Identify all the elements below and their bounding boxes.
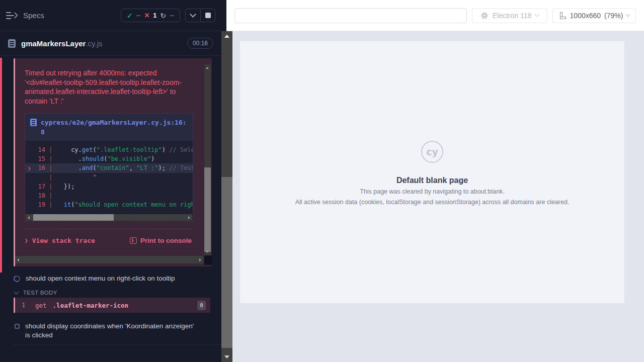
specs-label: Specs xyxy=(23,11,44,20)
code-line: 18| xyxy=(25,191,193,200)
failed-icon: ✕ xyxy=(144,12,149,19)
run-controls xyxy=(185,9,215,22)
runner-viewport-area: cy Default blank page This page was clea… xyxy=(232,31,644,362)
blank-page-message-2: All active session data (cookies, localS… xyxy=(295,198,570,206)
cypress-logo: cy xyxy=(421,141,443,163)
menu-arrow-head xyxy=(12,12,18,19)
menu-bar xyxy=(6,18,11,19)
scroll-up-arrow[interactable] xyxy=(206,67,209,69)
viewport-size: 1000x660 xyxy=(570,12,601,20)
menu-bar xyxy=(6,12,11,13)
chevron-right-icon: ❯ xyxy=(25,237,28,244)
code-frame-file-link[interactable]: cypress/e2e/gmaMarkersLayer.cy.js:16:8 xyxy=(41,118,188,137)
code-frame-header[interactable]: cypress/e2e/gmaMarkersLayer.cy.js:16:8 xyxy=(25,114,193,141)
stop-button[interactable] xyxy=(200,9,215,22)
error-vertical-scrollbar[interactable] xyxy=(204,64,211,255)
test-title: should open context menu on right-click … xyxy=(26,274,175,283)
command-number: 1 xyxy=(22,302,35,309)
spec-file-icon xyxy=(8,39,16,48)
spec-name[interactable]: gmaMarkersLayer.cy.js xyxy=(21,39,102,48)
error-message: Timed out retrying after 4000ms: expecte… xyxy=(25,68,194,106)
blank-page-message-1: This page was cleared by navigating to a… xyxy=(360,188,505,196)
error-horizontal-scrollbar[interactable] xyxy=(15,256,203,263)
command-log-entry[interactable]: 1 get .leaflet-marker-icon 0 xyxy=(14,298,210,313)
scrollbar-corner xyxy=(204,255,212,265)
scrollbar-thumb[interactable] xyxy=(204,167,211,252)
url-input[interactable] xyxy=(234,8,467,23)
code-line: 17| }); xyxy=(25,182,193,191)
spec-timer: 00:16 xyxy=(187,38,213,49)
scrollbar-thumb[interactable] xyxy=(221,177,232,348)
scroll-left-arrow[interactable] xyxy=(17,258,19,261)
view-stack-trace-button[interactable]: ❯ View stack trace xyxy=(25,237,95,244)
pending-icon: ↻ xyxy=(160,12,167,20)
collapse-button[interactable] xyxy=(186,9,200,22)
chevron-down-icon xyxy=(190,11,196,18)
print-to-console-label: Print to console xyxy=(140,237,192,244)
cypress-app: Specs ✓ -- ✕ 1 ↻ -- gmaMarkersLayer xyxy=(0,0,644,362)
scroll-up-arrow[interactable] xyxy=(224,35,229,38)
error-panel: Timed out retrying after 4000ms: expecte… xyxy=(14,58,212,266)
reporter-panel: Specs ✓ -- ✕ 1 ↻ -- gmaMarkersLayer xyxy=(0,0,221,362)
command-indicator-badge: 0 xyxy=(197,301,206,310)
running-spinner-icon xyxy=(13,275,21,283)
passed-count: -- xyxy=(136,12,141,19)
code-line: 15| .should("be.visible") xyxy=(25,154,193,163)
file-icon xyxy=(30,119,37,126)
aut-iframe: cy Default blank page This page was clea… xyxy=(240,41,624,303)
command-selector: .leaflet-marker-icon xyxy=(53,302,129,309)
test-item-pending[interactable]: should display coordinates when 'Koordin… xyxy=(15,322,196,340)
viewport-scale: (79%) xyxy=(604,12,623,20)
reporter-header: Specs ✓ -- ✕ 1 ↻ -- xyxy=(0,0,221,31)
code-frame: cypress/e2e/gmaMarkersLayer.cy.js:16:8 1… xyxy=(25,113,193,222)
print-to-console-button[interactable]: Print to console xyxy=(130,237,192,244)
electron-icon xyxy=(480,12,489,20)
code-line: | ^ xyxy=(25,173,193,182)
specs-menu-icon[interactable] xyxy=(6,12,17,20)
chevron-down-icon xyxy=(14,290,19,295)
command-name: get xyxy=(35,302,47,309)
runner-topbar: Electron 118 1000x660 (79%) xyxy=(226,0,644,31)
view-stack-trace-label: View stack trace xyxy=(32,237,95,244)
stop-icon xyxy=(205,13,211,18)
test-title: should display coordinates when 'Koordin… xyxy=(25,322,196,340)
passed-icon: ✓ xyxy=(127,12,133,20)
viewport-info-button[interactable]: 1000x660 (79%) xyxy=(552,8,636,23)
scrollbar-thumb[interactable] xyxy=(33,214,114,221)
failed-count: 1 xyxy=(153,12,156,19)
test-body-label: TEST BODY xyxy=(23,290,57,296)
error-actions: ❯ View stack trace Print to console xyxy=(25,237,192,244)
divider xyxy=(12,344,221,345)
divider xyxy=(26,229,192,229)
test-item-running[interactable]: should open context menu on right-click … xyxy=(14,274,175,283)
browser-label: Electron 118 xyxy=(493,12,532,20)
test-stats: ✓ -- ✕ 1 ↻ -- xyxy=(121,9,180,22)
scroll-right-arrow[interactable] xyxy=(188,216,190,219)
code-line: ❯16| .and("contain", "LT :"); // Teste xyxy=(25,163,193,173)
code-lines: 14| cy.get(".leaflet-tooltip") // Selek1… xyxy=(25,141,193,213)
code-line: 14| cy.get(".leaflet-tooltip") // Selek xyxy=(25,145,193,154)
spec-header: gmaMarkersLayer.cy.js 00:16 xyxy=(0,31,221,56)
console-icon xyxy=(130,237,137,244)
pending-count: -- xyxy=(170,12,174,19)
test-body-section[interactable]: TEST BODY xyxy=(15,290,57,296)
chevron-down-icon xyxy=(535,12,540,17)
code-line: 19| it("should open context menu on righ… xyxy=(25,200,193,209)
header-filler xyxy=(221,0,226,31)
scroll-down-arrow[interactable] xyxy=(206,251,209,253)
failed-test-indicator xyxy=(0,58,2,273)
pending-square-icon xyxy=(15,324,20,329)
code-horizontal-scrollbar[interactable] xyxy=(26,214,192,221)
reporter-content: Timed out retrying after 4000ms: expecte… xyxy=(0,56,221,361)
scroll-left-arrow[interactable] xyxy=(28,216,30,219)
scroll-right-arrow[interactable] xyxy=(199,258,201,261)
spec-extension: .cy.js xyxy=(86,39,102,48)
browser-selector[interactable]: Electron 118 xyxy=(472,8,547,23)
ruler-icon xyxy=(559,12,567,19)
blank-page-title: Default blank page xyxy=(396,176,468,185)
window-vertical-scrollbar[interactable] xyxy=(221,31,232,362)
scroll-down-arrow[interactable] xyxy=(224,355,229,358)
chevron-down-icon xyxy=(626,13,630,17)
